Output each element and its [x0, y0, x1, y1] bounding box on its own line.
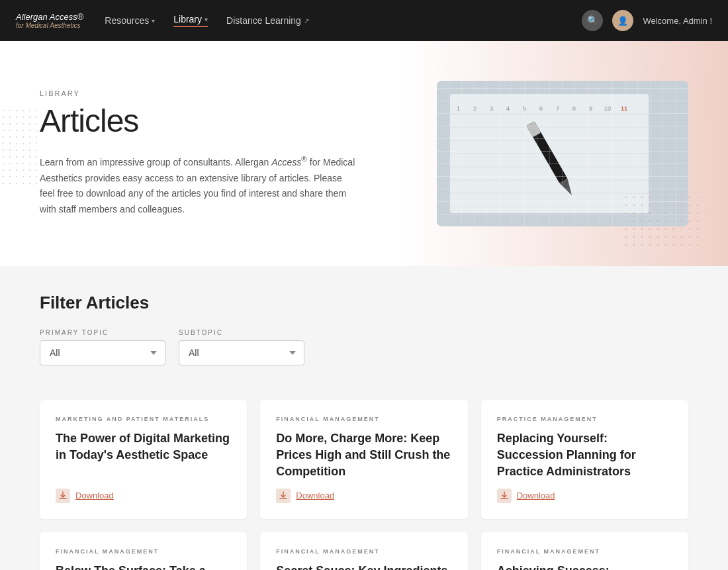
hero-content: LIBRARY Articles Learn from an impressiv… — [40, 89, 357, 218]
navbar: Allergan Access® for Medical Aesthetics … — [0, 0, 728, 41]
logo[interactable]: Allergan Access® for Medical Aesthetics — [16, 12, 83, 29]
hero-desc-prefix: Learn from an impressive group of consul… — [40, 157, 271, 167]
nav-library-label: Library — [173, 14, 202, 24]
svg-text:10: 10 — [604, 105, 611, 112]
card-title: Below The Surface: Take a Deep Dive into… — [56, 563, 231, 570]
download-label: Download — [296, 491, 334, 500]
svg-text:5: 5 — [523, 105, 526, 112]
nav-right: 🔍 👤 Welcome, Admin ! — [582, 10, 712, 31]
svg-text:9: 9 — [589, 105, 592, 112]
svg-text:7: 7 — [556, 105, 559, 112]
brand-sup: ® — [301, 154, 307, 163]
search-icon: 🔍 — [587, 15, 598, 26]
svg-rect-22 — [526, 121, 541, 137]
svg-rect-20 — [526, 121, 567, 183]
card-category: FINANCIAL MANAGEMENT — [56, 548, 231, 555]
card-title: Secret Sauce: Key Ingredients of Success… — [276, 563, 451, 570]
welcome-text: Welcome, Admin ! — [643, 16, 712, 26]
card-category: MARKETING AND PATIENT MATERIALS — [56, 416, 231, 422]
svg-text:4: 4 — [506, 105, 510, 112]
decorative-dots-left — [0, 107, 40, 187]
card-title: Do More, Charge More: Keep Prices High a… — [276, 430, 451, 481]
logo-top: Allergan Access® — [16, 12, 83, 22]
hero-breadcrumb: LIBRARY — [40, 89, 357, 97]
svg-rect-1 — [450, 94, 649, 213]
primary-topic-group: PRIMARY TOPIC All — [40, 329, 165, 365]
subtopic-group: SUBTOPIC All — [179, 329, 304, 365]
download-svg — [58, 491, 68, 500]
article-card: PRACTICE MANAGEMENT Replacing Yourself: … — [481, 400, 688, 519]
search-button[interactable]: 🔍 — [582, 10, 603, 31]
hero-image-area: 1 2 3 4 5 6 7 8 9 10 11 — [437, 81, 688, 226]
primary-topic-label: PRIMARY TOPIC — [40, 329, 165, 336]
nav-resources[interactable]: Resources ▾ — [105, 15, 155, 26]
download-link[interactable]: Download — [497, 489, 672, 503]
nav-distance-learning[interactable]: Distance Learning ↗ — [226, 15, 309, 26]
chevron-down-icon: ▾ — [152, 17, 155, 24]
nav-library[interactable]: Library ▾ — [173, 14, 208, 27]
download-icon — [56, 489, 70, 503]
svg-marker-21 — [559, 179, 576, 198]
download-label: Download — [75, 491, 114, 500]
svg-text:1: 1 — [457, 105, 460, 112]
download-link[interactable]: Download — [276, 489, 451, 503]
avatar-icon: 👤 — [617, 16, 628, 26]
nav-links: Resources ▾ Library ▾ Distance Learning … — [105, 14, 309, 27]
card-title: The Power of Digital Marketing in Today'… — [56, 430, 231, 481]
avatar: 👤 — [612, 10, 633, 31]
card-category: FINANCIAL MANAGEMENT — [276, 548, 451, 555]
svg-text:11: 11 — [621, 105, 627, 112]
nav-distance-label: Distance Learning — [226, 15, 301, 26]
download-icon — [276, 489, 291, 503]
subtopic-select[interactable]: All — [179, 340, 304, 365]
subtopic-label: SUBTOPIC — [179, 329, 304, 336]
chevron-down-icon: ▾ — [205, 16, 208, 23]
download-label: Download — [517, 491, 555, 500]
download-icon — [497, 489, 512, 503]
nav-left: Allergan Access® for Medical Aesthetics … — [16, 12, 309, 29]
logo-bottom: for Medical Aesthetics — [16, 22, 83, 29]
download-svg — [279, 491, 288, 500]
nav-resources-label: Resources — [105, 15, 149, 26]
decorative-dots-right — [622, 193, 702, 246]
article-card: FINANCIAL MANAGEMENT Do More, Charge Mor… — [260, 400, 467, 519]
svg-text:3: 3 — [490, 105, 493, 112]
download-svg — [500, 491, 509, 500]
card-category: PRACTICE MANAGEMENT — [497, 416, 672, 422]
card-title: Replacing Yourself: Succession Planning … — [497, 430, 672, 481]
filter-row: PRIMARY TOPIC All SUBTOPIC All — [40, 329, 688, 365]
filter-section: Filter Articles PRIMARY TOPIC All SUBTOP… — [0, 266, 728, 400]
hero-title: Articles — [40, 103, 357, 139]
article-card: MARKETING AND PATIENT MATERIALS The Powe… — [40, 400, 247, 519]
hero-section: LIBRARY Articles Learn from an impressiv… — [0, 41, 728, 266]
card-category: FINANCIAL MANAGEMENT — [276, 416, 451, 422]
filter-title: Filter Articles — [40, 293, 688, 313]
external-link-icon: ↗ — [304, 17, 309, 24]
download-link[interactable]: Download — [56, 489, 231, 503]
article-card: FINANCIAL MANAGEMENT Achieving Success: … — [481, 532, 688, 570]
hero-description: Learn from an impressive group of consul… — [40, 152, 357, 218]
card-title: Achieving Success: Characteristics of a — [497, 563, 672, 570]
card-category: FINANCIAL MANAGEMENT — [497, 548, 672, 555]
svg-text:2: 2 — [473, 105, 477, 112]
brand-name: Access — [271, 157, 301, 167]
article-card: FINANCIAL MANAGEMENT Below The Surface: … — [40, 532, 247, 570]
svg-text:6: 6 — [539, 105, 543, 112]
article-card: FINANCIAL MANAGEMENT Secret Sauce: Key I… — [260, 532, 467, 570]
primary-topic-select[interactable]: All — [40, 340, 165, 365]
cards-grid: MARKETING AND PATIENT MATERIALS The Powe… — [0, 400, 728, 570]
svg-text:8: 8 — [572, 105, 576, 112]
